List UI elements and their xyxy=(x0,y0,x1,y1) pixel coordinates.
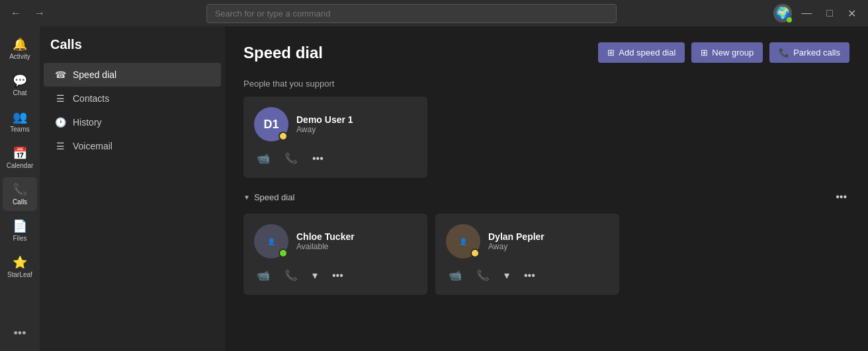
calendar-label: Calendar xyxy=(7,162,34,169)
close-button[interactable]: ✕ xyxy=(842,5,861,22)
avatar-initials-chloe: 👤 xyxy=(267,238,275,245)
sidebar-item-teams[interactable]: 👥 Teams xyxy=(3,104,37,138)
sidebar-item-starleaf[interactable]: ⭐ StarLeaf xyxy=(3,250,37,284)
back-button[interactable]: ← xyxy=(7,5,25,22)
calendar-icon: 📅 xyxy=(13,146,27,161)
collapse-icon[interactable]: ▼ xyxy=(243,194,250,201)
add-speed-dial-icon: ⊞ xyxy=(607,48,615,58)
chat-icon: 💬 xyxy=(13,73,27,88)
avatar-initials: D1 xyxy=(263,118,279,132)
chloe-call-button[interactable]: 📞 xyxy=(282,266,300,284)
more-icon: ••• xyxy=(312,153,324,165)
audio-call-button[interactable]: 📞 xyxy=(282,149,300,167)
speed-dial-label: Speed dial xyxy=(73,69,116,80)
chloe-video-icon: 📹 xyxy=(257,269,270,282)
page-title: Speed dial xyxy=(243,44,323,62)
speed-dial-grid: 👤 Chloe Tucker Available 📹 xyxy=(243,214,849,295)
contact-status: Away xyxy=(296,125,353,134)
speed-dial-section-label: Speed dial xyxy=(254,192,294,202)
chloe-more-icon: ••• xyxy=(332,270,343,282)
avatar-initials-dylan: 👤 xyxy=(459,238,467,245)
parked-calls-label: Parked calls xyxy=(793,48,840,58)
section-header-left: ▼ Speed dial xyxy=(243,192,294,202)
contact-card-demo-user-1: D1 Demo User 1 Away 📹 📞 xyxy=(243,97,427,178)
titlebar-left: ← → xyxy=(7,5,49,22)
dylan-actions: 📹 📞 ▾ ••• xyxy=(446,266,609,284)
add-speed-dial-label: Add speed dial xyxy=(619,48,675,58)
section-more-button[interactable]: ••• xyxy=(833,188,849,206)
titlebar: ← → 🌍 — □ ✕ xyxy=(0,0,868,26)
chloe-name: Chloe Tucker xyxy=(296,231,355,242)
new-group-button[interactable]: ⊞ New group xyxy=(691,42,763,63)
files-label: Files xyxy=(13,235,26,242)
sidebar-item-history[interactable]: 🕐 History xyxy=(44,110,221,134)
content-header: Speed dial ⊞ Add speed dial ⊞ New group … xyxy=(243,42,849,63)
left-nav: 🔔 Activity 💬 Chat 👥 Teams 📅 Calendar 📞 C… xyxy=(0,26,40,351)
history-label: History xyxy=(73,117,102,128)
sidebar-title: Calls xyxy=(40,37,225,63)
forward-button[interactable]: → xyxy=(30,5,49,22)
sidebar-item-speed-dial[interactable]: ☎ Speed dial xyxy=(44,63,221,87)
content-area: Speed dial ⊞ Add speed dial ⊞ New group … xyxy=(225,26,868,351)
contact-header-chloe: 👤 Chloe Tucker Available xyxy=(254,224,417,258)
dylan-status-badge xyxy=(470,249,480,258)
more-options-button[interactable]: ••• xyxy=(310,150,326,167)
add-speed-dial-button[interactable]: ⊞ Add speed dial xyxy=(598,42,685,63)
chloe-video-button[interactable]: 📹 xyxy=(254,266,273,284)
calls-label: Calls xyxy=(13,198,27,206)
phone-icon: 📞 xyxy=(284,152,298,165)
avatar-dylan: 👤 xyxy=(446,224,480,258)
chloe-dropdown-button[interactable]: ▾ xyxy=(310,266,320,284)
sidebar-item-calls[interactable]: 📞 Calls xyxy=(3,177,37,211)
teams-icon: 👥 xyxy=(13,110,27,124)
voicemail-label: Voicemail xyxy=(73,141,112,151)
dylan-more-button[interactable]: ••• xyxy=(521,267,538,284)
contact-card-chloe-tucker: 👤 Chloe Tucker Available 📹 xyxy=(243,214,427,295)
files-icon: 📄 xyxy=(13,219,27,233)
sidebar-item-activity[interactable]: 🔔 Activity xyxy=(3,32,37,65)
search-container xyxy=(206,4,617,23)
contacts-icon: ☰ xyxy=(54,93,66,104)
dylan-video-button[interactable]: 📹 xyxy=(446,266,464,284)
dylan-phone-icon: 📞 xyxy=(476,269,490,282)
chloe-chevron-icon: ▾ xyxy=(312,269,318,282)
new-group-label: New group xyxy=(712,48,754,58)
avatar-demo-user-1: D1 xyxy=(254,107,288,141)
avatar-chloe: 👤 xyxy=(254,224,288,258)
dylan-dropdown-button[interactable]: ▾ xyxy=(501,266,512,284)
sidebar-item-voicemail[interactable]: ☰ Voicemail xyxy=(44,134,221,158)
people-support-grid: D1 Demo User 1 Away 📹 📞 xyxy=(243,97,849,178)
chat-label: Chat xyxy=(13,89,26,97)
dylan-name: Dylan Pepler xyxy=(488,231,544,242)
main-layout: 🔔 Activity 💬 Chat 👥 Teams 📅 Calendar 📞 C… xyxy=(0,26,868,351)
calls-sidebar: Calls ☎ Speed dial ☰ Contacts 🕐 History … xyxy=(40,26,225,351)
speed-dial-icon: ☎ xyxy=(54,69,66,80)
parked-calls-button[interactable]: 📞 Parked calls xyxy=(769,42,849,63)
titlebar-right: 🌍 — □ ✕ xyxy=(773,4,861,22)
activity-icon: 🔔 xyxy=(13,37,27,52)
avatar: 🌍 xyxy=(773,4,792,22)
nav-more-button[interactable]: ••• xyxy=(9,321,32,346)
speed-dial-section: ▼ Speed dial ••• 👤 Chloe Tu xyxy=(243,188,849,295)
chloe-status: Available xyxy=(296,242,355,251)
new-group-icon: ⊞ xyxy=(701,48,708,58)
dylan-call-button[interactable]: 📞 xyxy=(474,266,492,284)
sidebar-item-chat[interactable]: 💬 Chat xyxy=(3,68,37,102)
video-call-button[interactable]: 📹 xyxy=(254,149,273,167)
chloe-more-button[interactable]: ••• xyxy=(329,267,346,284)
activity-label: Activity xyxy=(9,53,30,60)
sidebar-item-calendar[interactable]: 📅 Calendar xyxy=(3,141,37,175)
search-input[interactable] xyxy=(206,4,617,23)
maximize-button[interactable]: □ xyxy=(821,5,838,22)
chloe-actions: 📹 📞 ▾ ••• xyxy=(254,266,417,284)
dylan-status: Away xyxy=(488,242,544,251)
contact-header: D1 Demo User 1 Away xyxy=(254,107,417,141)
dylan-info: Dylan Pepler Away xyxy=(488,231,544,251)
minimize-button[interactable]: — xyxy=(796,5,817,22)
sidebar-item-contacts[interactable]: ☰ Contacts xyxy=(44,87,221,110)
section-header: ▼ Speed dial ••• xyxy=(243,188,849,206)
contact-card-dylan-pepler: 👤 Dylan Pepler Away 📹 📞 xyxy=(435,214,619,295)
sidebar-item-files[interactable]: 📄 Files xyxy=(3,214,37,247)
section-more-icon: ••• xyxy=(836,191,847,203)
contact-header-dylan: 👤 Dylan Pepler Away xyxy=(446,224,609,258)
